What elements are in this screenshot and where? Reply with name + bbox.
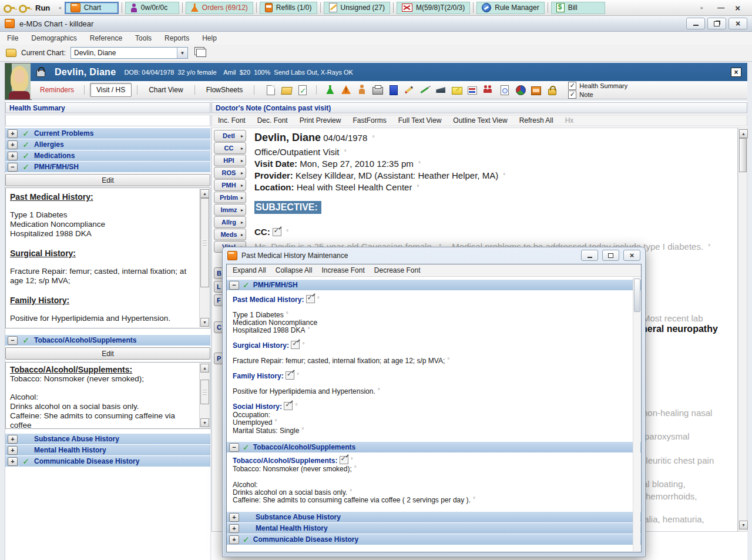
tab-bill[interactable]: $ Bill bbox=[551, 2, 605, 14]
key-add-icon[interactable] bbox=[19, 4, 31, 12]
dialog-section-mental-health[interactable]: + Mental Health History bbox=[227, 523, 641, 534]
comment-dot[interactable]: ° bbox=[347, 488, 352, 495]
nav-detl-button[interactable]: Detl▸ bbox=[214, 130, 246, 142]
patient-demographics-icon[interactable] bbox=[358, 85, 365, 94]
expand-all-button[interactable]: Expand All bbox=[233, 266, 266, 274]
scroll-thumb[interactable] bbox=[200, 198, 209, 287]
expand-icon[interactable]: + bbox=[8, 129, 18, 138]
nav-hpi-button[interactable]: HPI▸ bbox=[214, 155, 246, 166]
nav-cc-button[interactable]: CC▸ bbox=[214, 142, 246, 154]
dialog-scrollbar[interactable] bbox=[633, 277, 640, 551]
scroll-down-icon[interactable]: ▼ bbox=[200, 318, 209, 327]
comment-dot[interactable]: ° bbox=[471, 496, 475, 502]
cascade-windows-icon[interactable] bbox=[196, 49, 206, 57]
window-close-button[interactable]: × bbox=[728, 18, 747, 29]
increase-font-button[interactable]: Increase Font bbox=[321, 266, 364, 274]
ccr-icon[interactable] bbox=[531, 86, 541, 95]
collapse-all-button[interactable]: Collapse All bbox=[276, 266, 313, 274]
dialog-close-button[interactable]: × bbox=[623, 250, 640, 261]
comment-dot[interactable]: ° bbox=[348, 457, 353, 463]
comment-dot[interactable]: ° bbox=[445, 357, 449, 363]
scrollbar[interactable]: ▲ ▼ bbox=[199, 363, 209, 428]
banner-close-button[interactable]: × bbox=[731, 68, 741, 77]
expand-icon[interactable]: + bbox=[8, 152, 18, 160]
scroll-down-icon[interactable]: ▼ bbox=[200, 418, 209, 427]
comment-dot[interactable]: ° bbox=[299, 427, 304, 433]
edit-checkbox-icon[interactable]: ✓ bbox=[340, 456, 348, 464]
edit-checkbox-icon[interactable]: ✓ bbox=[291, 341, 300, 349]
dialog-section-pmh[interactable]: − ✓ PMH/FMH/SH bbox=[227, 280, 641, 290]
print-preview-button[interactable]: Print Preview bbox=[300, 116, 341, 125]
scroll-thumb[interactable] bbox=[200, 380, 209, 404]
refresh-all-button[interactable]: Refresh All bbox=[519, 116, 553, 125]
tab-refills[interactable]: Refills (1/0) bbox=[260, 2, 317, 14]
comment-dot[interactable]: ° bbox=[375, 387, 380, 394]
new-note-icon[interactable] bbox=[267, 85, 275, 95]
nav-pmh-button[interactable]: PMH▸ bbox=[214, 179, 246, 191]
scroll-up-icon[interactable]: ▲ bbox=[200, 364, 209, 373]
scroll-down-icon[interactable]: ▼ bbox=[739, 521, 748, 529]
comment-dot[interactable]: ° bbox=[315, 296, 320, 302]
tab-rule-manager[interactable]: Rule Manager bbox=[476, 2, 544, 14]
comment-dot[interactable]: ° bbox=[501, 172, 505, 179]
labs-icon[interactable] bbox=[326, 85, 334, 94]
expand-icon[interactable]: + bbox=[229, 524, 239, 533]
section-allergies[interactable]: + ✓ Allergies bbox=[5, 139, 210, 150]
lock-icon[interactable] bbox=[548, 89, 556, 95]
comment-dot[interactable]: ° bbox=[706, 243, 710, 250]
nav-prblm-button[interactable]: Prblm▸ bbox=[214, 192, 246, 203]
tab-messages[interactable]: M(59/8)T(2/0/3) bbox=[397, 2, 470, 14]
section-communicable-disease[interactable]: + ✓ Communicable Disease History bbox=[5, 456, 210, 467]
comment-dot[interactable]: ° bbox=[294, 372, 299, 378]
scroll-thumb[interactable] bbox=[739, 138, 747, 172]
section-pmh-fmh-sh[interactable]: − ✓ PMH/FMH/SH bbox=[5, 162, 210, 173]
tobacco-edit-button[interactable]: Edit bbox=[5, 347, 210, 360]
current-chart-combobox[interactable]: Devlin, Diane ▼ bbox=[70, 47, 188, 59]
menu-tools[interactable]: Tools bbox=[135, 34, 152, 42]
scroll-up-icon[interactable]: ▲ bbox=[739, 129, 748, 138]
scrollbar[interactable]: ▲ ▼ bbox=[199, 189, 209, 327]
fastforms-button[interactable]: FastForms bbox=[352, 116, 386, 125]
tab-chart[interactable]: Chart bbox=[65, 2, 119, 14]
comment-dot[interactable]: ° bbox=[293, 403, 297, 409]
full-text-view-button[interactable]: Full Text View bbox=[398, 116, 442, 125]
chevron-down-icon[interactable]: ▼ bbox=[177, 48, 187, 58]
referral-icon[interactable] bbox=[484, 85, 493, 93]
run-button[interactable]: Run bbox=[35, 4, 50, 12]
taskbar-close-button[interactable]: × bbox=[735, 3, 740, 13]
dialog-section-communicable[interactable]: + ✓ Communicable Disease History bbox=[227, 534, 641, 545]
section-tobacco[interactable]: − ✓ Tobacco/Alcohol/Supplements bbox=[5, 335, 210, 346]
section-medications[interactable]: + ✓ Medications bbox=[5, 150, 210, 162]
section-substance-abuse[interactable]: + Substance Abuse History bbox=[5, 434, 210, 445]
expand-icon[interactable]: + bbox=[8, 435, 18, 444]
section-mental-health[interactable]: + Mental Health History bbox=[5, 445, 210, 456]
print-icon[interactable] bbox=[372, 87, 383, 95]
flowsheets-button[interactable]: FlowSheets bbox=[200, 83, 249, 96]
tab-unsigned[interactable]: Unsigned (27) bbox=[324, 2, 390, 14]
edit-checkbox-icon[interactable]: ✓ bbox=[306, 295, 315, 303]
nav-allrg-button[interactable]: Allrg▸ bbox=[214, 216, 246, 228]
comment-dot[interactable]: ° bbox=[370, 135, 374, 141]
comment-dot[interactable]: ° bbox=[416, 160, 421, 167]
hx-button[interactable]: Hx bbox=[565, 116, 574, 125]
collapse-icon[interactable]: − bbox=[229, 281, 239, 290]
dialog-section-substance-abuse[interactable]: + Substance Abuse History bbox=[227, 512, 641, 522]
inc-font-button[interactable]: Inc. Font bbox=[218, 116, 246, 125]
tabs-scroll-left-icon[interactable]: ◂ bbox=[58, 5, 61, 11]
menu-reports[interactable]: Reports bbox=[164, 34, 189, 42]
schedule-icon[interactable] bbox=[501, 85, 509, 95]
expand-icon[interactable]: + bbox=[229, 513, 239, 522]
dec-font-button[interactable]: Dec. Font bbox=[257, 116, 288, 125]
tab-orders[interactable]: Orders (69/12) bbox=[186, 2, 253, 14]
sign-note-icon[interactable]: ✓ bbox=[298, 85, 307, 95]
key-icon[interactable] bbox=[4, 4, 15, 12]
dialog-restore-button[interactable] bbox=[602, 250, 619, 261]
nav-meds-button[interactable]: Meds▸ bbox=[214, 229, 246, 240]
dialog-minimize-button[interactable] bbox=[581, 250, 598, 261]
expand-icon[interactable]: + bbox=[8, 457, 18, 466]
collapse-icon[interactable]: − bbox=[229, 443, 239, 452]
expand-icon[interactable]: + bbox=[229, 535, 239, 544]
outline-text-view-button[interactable]: Outline Text View bbox=[453, 116, 507, 125]
flowsheet-flag-icon[interactable] bbox=[468, 86, 477, 95]
comment-dot[interactable]: ° bbox=[300, 341, 304, 348]
